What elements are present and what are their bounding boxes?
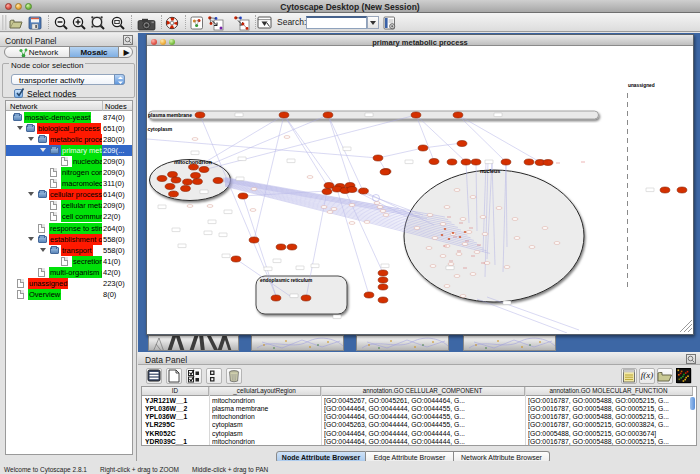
svg-text:endoplasmic reticulum: endoplasmic reticulum xyxy=(260,278,312,283)
svg-text:cytoplasm: cytoplasm xyxy=(148,126,173,132)
svg-text:plasma membrane: plasma membrane xyxy=(148,112,192,118)
svg-text:unassigned: unassigned xyxy=(628,83,655,88)
svg-text:nucleus: nucleus xyxy=(480,168,500,174)
